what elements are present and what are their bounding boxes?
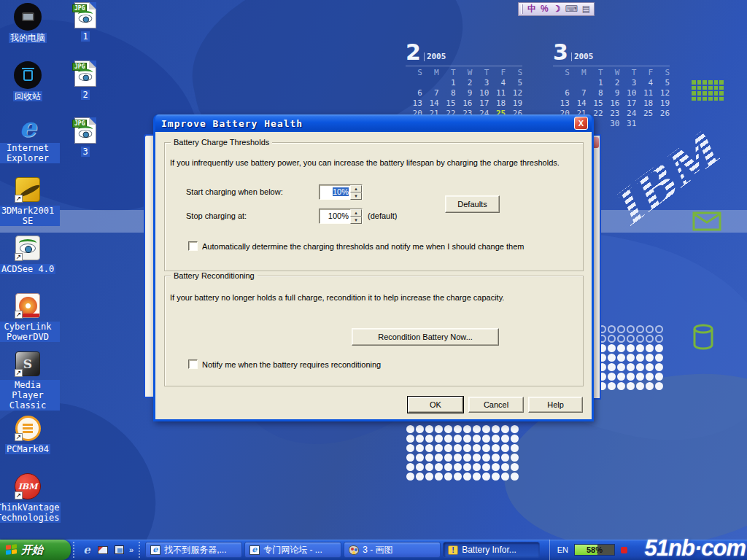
taskbar-separator [139,542,142,558]
soft-keyboard-icon[interactable]: ⌨ [565,4,577,15]
language-bar[interactable]: 中%☽⌨▤ [518,2,595,16]
chinese-ime-indicator[interactable]: 中 [527,4,536,15]
notify-reconditioning-label: Notify me when the battery requires reco… [202,360,381,369]
wallpaper-dot [492,454,500,462]
wallpaper-dot [492,463,500,471]
wallpaper-dot [501,444,509,452]
wallpaper-dot [416,444,424,452]
spin-up-icon[interactable]: ▲ [350,209,362,217]
shortcut-arrow-icon: ↗ [15,311,23,319]
show-desktop-icon[interactable] [113,544,125,556]
spin-down-icon[interactable]: ▼ [350,192,362,200]
fullwidth-toggle-icon[interactable]: % [541,4,549,15]
taskbar-task-button[interactable]: 专门网论坛 - ... [244,542,341,558]
wallpaper-dot [655,325,663,333]
stop-charging-value[interactable]: 100% [320,209,350,223]
group-legend: Battery Reconditioning [171,271,258,280]
calendar-day: 2 [456,78,473,88]
desktop-icon-acdsee[interactable]: ↗ ACDSee 4.0 [0,234,60,274]
recondition-battery-now-button[interactable]: Recondition Battery Now... [352,328,499,346]
calendar-day: 10 [619,88,636,98]
wallpaper-dot [617,373,625,381]
wallpaper-dot [463,472,471,481]
calendar-day: 23 [603,109,620,119]
desktop-icon-3dmark2001[interactable]: ↗ 3DMark2001 SE [0,176,60,226]
stop-charging-spinbox[interactable]: 100% ▲▼ [319,209,363,224]
wallpaper-dot [501,425,509,433]
battery-meter[interactable]: 58% [574,544,615,556]
calendar-day: 14 [422,98,439,109]
close-icon[interactable]: X [574,117,588,130]
wallpaper-dot [636,373,644,381]
task-label: 3 - 画图 [363,544,392,556]
auto-determine-label: Automatically determine the charging thr… [202,242,524,251]
calendar-weekday: F [489,68,506,78]
wallpaper-dot [511,425,519,433]
notify-reconditioning-checkbox[interactable] [188,359,198,369]
wallpaper-dot [636,363,644,371]
windows-flag-icon [6,544,18,556]
taskbar-task-button[interactable]: 3 - 画图 [344,542,441,558]
wallpaper-dot [655,335,663,343]
auto-determine-checkbox[interactable] [188,241,198,251]
ime-menu-icon[interactable]: ▤ [582,4,590,15]
wallpaper-dot [608,344,616,352]
cancel-button[interactable]: Cancel [468,397,524,413]
taskbar-task-button[interactable]: Battery Infor... [443,542,540,558]
ok-button[interactable]: OK [408,397,463,413]
desktop-icon-powerdvd[interactable]: ↗ CyberLink PowerDVD [0,292,60,342]
wallpaper-dot [406,435,414,443]
help-button[interactable]: Help [528,397,583,413]
spin-up-icon[interactable]: ▲ [350,185,362,192]
icon-label: ACDSee 4.0 [0,264,55,274]
start-button[interactable]: 开始 [0,540,71,560]
calendar-day: 15 [439,98,456,109]
dialog-titlebar[interactable]: Improve Battery Health X [155,114,592,132]
calendar-day: 16 [456,98,473,109]
wallpaper-dot [473,454,481,462]
desktop-icon-jpg-1[interactable]: JPG 1 [58,1,112,42]
desktop-icon-jpg-3[interactable]: JPG 3 [58,117,112,157]
desktop-icon-internet-explorer[interactable]: e Internet Explorer [0,113,60,163]
internet-explorer-quicklaunch-icon[interactable]: e [81,544,93,556]
calendar-day [553,78,570,88]
desktop-icon-thinkvantage[interactable]: IBM↗ ThinkVantage Technologies [0,472,60,523]
desktop-icon-pcmark04[interactable]: ↗ PCMark04 [0,414,60,454]
icon-label: ThinkVantage Technologies [0,502,61,523]
calendar-day: 7 [422,88,439,98]
wallpaper-dot [636,354,644,362]
defaults-button[interactable]: Defaults [445,195,500,213]
calendar-day: 18 [489,98,506,109]
language-indicator[interactable]: EN [557,545,568,554]
mail-quicklaunch-icon[interactable] [97,544,109,556]
wallpaper-dot [655,354,663,362]
desktop-icon-my-computer[interactable]: 我的电脑 [0,3,60,43]
icon-label: 回收站 [13,91,42,101]
taskbar-task-button[interactable]: 找不到服务器,... [145,542,242,558]
calendar-weekday: T [619,68,636,78]
calendar-weekday: T [472,68,489,78]
group-legend: Battery Charge Thresholds [171,138,272,147]
wallpaper-dot [425,472,433,481]
calendar-day: 13 [553,98,570,109]
wallpaper-dot [444,472,452,481]
spin-down-icon[interactable]: ▼ [350,217,362,224]
start-label: 开始 [21,543,43,557]
tray-status-icon[interactable] [621,547,627,553]
wallpaper-dot [463,425,471,433]
background-window-edge [144,134,154,398]
quick-launch-overflow-chevron[interactable]: » [129,545,133,554]
punctuation-toggle-icon[interactable]: ☽ [553,4,561,15]
wallpaper-dot [608,335,616,343]
wallpaper-dot [454,454,462,462]
language-bar-grip[interactable] [521,4,523,14]
start-charging-value[interactable]: 10% [320,185,350,199]
desktop-icon-recycle-bin[interactable]: 回收站 [0,61,60,101]
wallpaper-dot [627,335,635,343]
start-charging-spinbox[interactable]: 10% ▲▼ [319,184,363,200]
wallpaper-dot [501,454,509,462]
calendar-day: 3 [472,78,489,88]
desktop-icon-media-player-classic[interactable]: S↗ Media Player Classic [0,350,60,411]
wallpaper-dot [406,444,414,452]
desktop-icon-jpg-2[interactable]: JPG 2 [58,60,112,100]
